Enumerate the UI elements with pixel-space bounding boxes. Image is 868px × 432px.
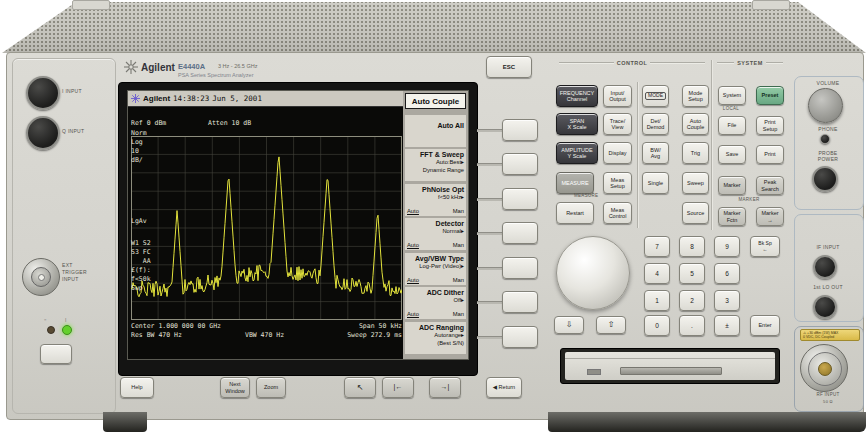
softkey-label-3: PhNoise Opt f<50 kHz▸ AutoMan: [405, 184, 466, 216]
digit-3-key[interactable]: 3: [714, 290, 740, 311]
input-output-key[interactable]: Input/ Output: [603, 85, 632, 107]
top-cover: [0, 0, 868, 53]
screen-brand: Agilent: [143, 94, 170, 103]
restart-key[interactable]: Restart: [556, 202, 594, 224]
rpg-knob[interactable]: [556, 236, 630, 310]
local-label: LOCAL: [716, 106, 746, 111]
preset-key[interactable]: Preset: [756, 86, 784, 105]
q-input-label: Q INPUT: [62, 128, 84, 134]
softkey-5-auto: Auto: [407, 277, 419, 285]
single-key[interactable]: Single: [642, 172, 669, 194]
lo-out-label: 1st LO OUT: [796, 284, 860, 290]
i-input-label: I INPUT: [62, 88, 82, 94]
step-up-key[interactable]: ⇧: [596, 316, 626, 334]
softkey-3-auto: Auto: [407, 208, 419, 216]
span-xscale-key[interactable]: SPAN X Scale: [556, 113, 598, 135]
pointer-key[interactable]: ↖: [344, 377, 376, 398]
det-demod-key[interactable]: Det/ Demod: [642, 113, 669, 135]
floppy-eject-button[interactable]: [587, 369, 601, 375]
softkey-connector-line: [477, 232, 502, 235]
save-key[interactable]: Save: [718, 145, 746, 164]
next-window-key[interactable]: Next Window: [220, 377, 250, 398]
zoom-key[interactable]: Zoom: [256, 377, 286, 398]
softkey-button-6[interactable]: [502, 291, 538, 313]
tab-right-key[interactable]: →|: [429, 377, 461, 398]
softkey-label-7: ADC Ranging Autorange▸ (Best S/N): [405, 322, 466, 354]
softkey-7-title: ADC Ranging: [407, 323, 464, 332]
auto-couple-key[interactable]: Auto Couple: [682, 113, 709, 135]
softkey-6-man: Man: [453, 311, 464, 319]
control-group-label: CONTROL: [556, 60, 708, 66]
softkey-3-title: PhNoise Opt: [407, 185, 464, 194]
plus-minus-key[interactable]: ±: [714, 315, 740, 336]
digit-6-key[interactable]: 6: [714, 263, 740, 284]
softkey-connector-line: [477, 163, 502, 166]
step-down-key[interactable]: ⇩: [554, 316, 584, 334]
softkey-label-6: ADC Dither Off▸ AutoMan: [405, 287, 466, 319]
esc-key[interactable]: ESC: [486, 56, 532, 78]
digit-7-key[interactable]: 7: [644, 236, 670, 257]
digit-9-key[interactable]: 9: [714, 236, 740, 257]
digit-2-key[interactable]: 2: [679, 290, 705, 311]
softkey-button-5[interactable]: [502, 257, 538, 279]
digit-5-key[interactable]: 5: [679, 263, 705, 284]
phone-jack: [820, 134, 830, 144]
digit-1-key[interactable]: 1: [644, 290, 670, 311]
marker-arrow-key[interactable]: Marker →: [756, 207, 784, 226]
decimal-point-key[interactable]: .: [679, 315, 705, 336]
agilent-screen-starburst-icon: [131, 94, 140, 103]
mode-setup-key[interactable]: Mode Setup: [682, 85, 709, 107]
softkey-4-man: Man: [453, 242, 464, 250]
softkey-button-4[interactable]: [502, 222, 538, 244]
power-led: [62, 325, 72, 335]
softkey-button-1[interactable]: [502, 119, 538, 141]
meas-setup-key[interactable]: Meas Setup: [603, 172, 632, 194]
peak-search-key[interactable]: Peak Search: [756, 176, 784, 195]
meas-control-key[interactable]: Meas Control: [603, 202, 632, 224]
backspace-key[interactable]: Bk Sp ←: [750, 236, 780, 257]
standby-symbol: ○: [44, 317, 47, 322]
ref-level-annotation: Ref 0 dBm: [131, 119, 166, 128]
file-key[interactable]: File: [718, 116, 746, 135]
cover-latch-left: [72, 0, 110, 10]
digit-8-key[interactable]: 8: [679, 236, 705, 257]
amplitude-yscale-key[interactable]: AMPLITUDE Y Scale: [556, 142, 598, 164]
sweep-key[interactable]: Sweep: [682, 172, 709, 194]
digit-0-key[interactable]: 0: [644, 315, 670, 336]
softkey-connector-line: [477, 129, 502, 132]
softkey-label-1: Auto All: [405, 115, 466, 147]
trace-view-key[interactable]: Trace/ View: [603, 113, 632, 135]
marker-key[interactable]: Marker: [718, 176, 746, 195]
mode-key[interactable]: MODE: [642, 85, 669, 107]
softkey-button-2[interactable]: [502, 153, 538, 175]
trig-key[interactable]: Trig: [682, 142, 709, 164]
softkey-button-7[interactable]: [502, 326, 538, 348]
floppy-groove: [565, 358, 775, 359]
softkey-button-3[interactable]: [502, 188, 538, 210]
display-key[interactable]: Display: [603, 142, 632, 164]
system-key[interactable]: System: [718, 86, 746, 105]
spectrum-analyzer-front-panel: I INPUT Q INPUT EXT TRIGGER INPUT ○ ❘ Ag…: [0, 0, 868, 432]
marker-fctn-key[interactable]: Marker Fctn: [718, 207, 746, 226]
panel-groove: [637, 82, 638, 228]
print-key[interactable]: Print: [756, 145, 784, 164]
frequency-channel-key[interactable]: FREQUENCY Channel: [556, 85, 598, 107]
power-button[interactable]: [40, 344, 72, 364]
tab-left-key[interactable]: |←: [382, 377, 414, 398]
footer-row-1: Center 1.000 000 00 GHz Span 50 kHz: [131, 322, 402, 331]
source-key[interactable]: Source: [682, 202, 709, 224]
return-key[interactable]: ◀ Return: [486, 377, 522, 398]
print-setup-key[interactable]: Print Setup: [756, 116, 784, 135]
help-key[interactable]: Help: [120, 377, 154, 398]
enter-key[interactable]: Enter: [750, 315, 780, 336]
measure-key[interactable]: MEASURE: [556, 172, 594, 194]
vbw-readout: VBW 470 Hz: [245, 331, 284, 340]
volume-knob[interactable]: [808, 88, 843, 123]
softkey-connector-line: [477, 336, 502, 339]
softkey-4-value: Normal▸: [407, 228, 464, 236]
atten-annotation: Atten 10 dB: [208, 119, 251, 128]
softkey-connector-line: [477, 267, 502, 270]
digit-4-key[interactable]: 4: [644, 263, 670, 284]
bw-avg-key[interactable]: BW/ Avg: [642, 142, 669, 164]
span-readout: Span 50 kHz: [359, 322, 402, 331]
